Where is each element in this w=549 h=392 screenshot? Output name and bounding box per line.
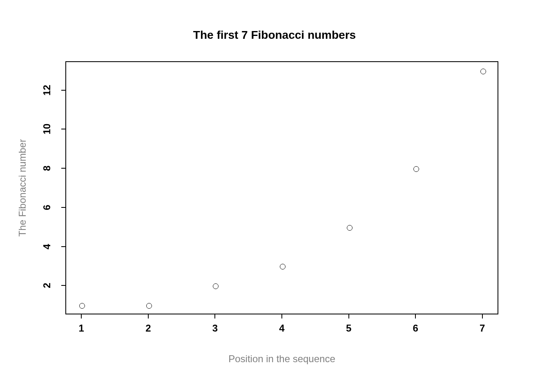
x-tick <box>281 314 282 318</box>
x-tick <box>415 314 416 318</box>
x-tick <box>482 314 483 318</box>
y-tick-label: 8 <box>41 165 53 171</box>
y-tick <box>61 168 65 169</box>
y-tick <box>61 285 65 286</box>
y-tick <box>61 129 65 129</box>
y-tick <box>61 207 65 208</box>
data-point <box>347 225 353 231</box>
data-point <box>280 264 286 270</box>
y-tick-label: 12 <box>41 85 53 96</box>
x-tick-label: 1 <box>79 323 84 334</box>
y-tick <box>61 246 65 247</box>
x-tick-label: 5 <box>346 323 351 334</box>
y-tick-label: 4 <box>41 244 53 249</box>
y-axis-label: The Fibonacci number <box>17 139 28 237</box>
x-tick <box>81 314 82 318</box>
x-tick <box>148 314 149 318</box>
x-tick-label: 2 <box>145 323 151 334</box>
x-axis-label: Position in the sequence <box>65 353 498 365</box>
data-point <box>480 69 486 74</box>
y-tick-label: 6 <box>41 205 53 210</box>
x-tick-label: 7 <box>480 323 485 334</box>
chart-container: The first 7 Fibonacci numbers 1234567 24… <box>0 0 549 392</box>
x-tick <box>348 314 349 318</box>
data-point <box>146 303 152 309</box>
chart-title: The first 7 Fibonacci numbers <box>0 29 549 42</box>
data-point <box>79 303 85 309</box>
y-tick-label: 2 <box>41 283 53 288</box>
data-point <box>413 166 419 172</box>
x-tick-label: 3 <box>212 323 218 334</box>
x-tick-label: 4 <box>279 323 284 334</box>
plot-area <box>65 61 498 314</box>
y-tick-label: 10 <box>41 124 53 135</box>
y-tick <box>61 90 65 91</box>
x-tick <box>214 314 215 318</box>
x-tick-label: 6 <box>413 323 418 334</box>
data-point <box>213 283 219 289</box>
